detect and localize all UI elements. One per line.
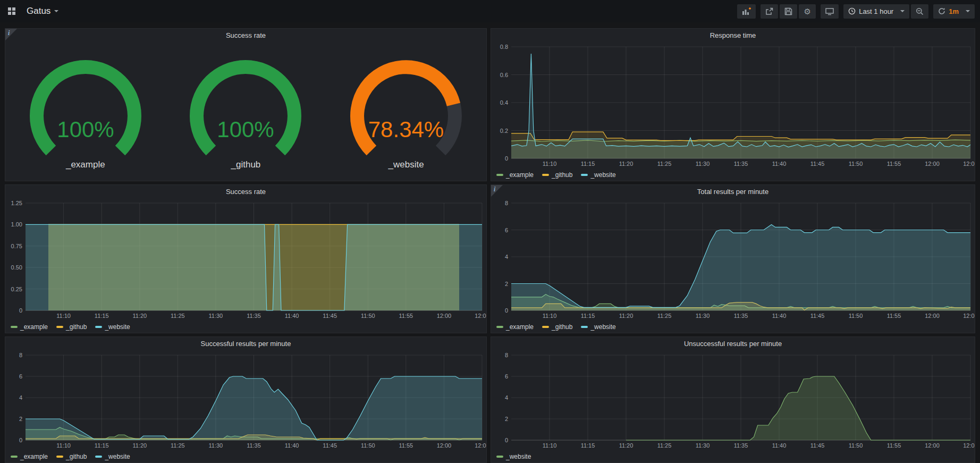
- legend-item[interactable]: _github: [542, 171, 572, 179]
- svg-text:11:10: 11:10: [56, 442, 71, 449]
- gauge-label: _website: [388, 159, 424, 170]
- svg-text:12:00: 12:00: [925, 313, 940, 319]
- legend-swatch: [11, 456, 18, 458]
- refresh-interval-label: 1m: [949, 7, 959, 15]
- svg-text:11:45: 11:45: [323, 442, 337, 449]
- legend-item[interactable]: _example: [496, 171, 534, 179]
- legend-item[interactable]: _github: [542, 323, 572, 331]
- successful-results-chart[interactable]: 11:1011:1511:2011:2511:3011:3511:4011:45…: [5, 351, 486, 450]
- gauge-value: 100%: [217, 117, 274, 142]
- panel-title[interactable]: Success rate: [5, 185, 486, 199]
- svg-text:11:30: 11:30: [696, 161, 710, 167]
- svg-text:1.00: 1.00: [11, 221, 22, 228]
- svg-text:12:00: 12:00: [925, 442, 940, 449]
- svg-text:11:20: 11:20: [619, 442, 633, 449]
- chevron-down-icon: [54, 10, 58, 12]
- dashboard-title: Gatus: [27, 6, 50, 16]
- panel-success-rate-timeseries: Success rate 11:1011:1511:2011:2511:3011…: [5, 184, 487, 333]
- gear-icon: ⚙: [804, 7, 810, 15]
- svg-text:2: 2: [19, 416, 22, 422]
- gauge-label: _example: [66, 159, 105, 170]
- svg-text:11:30: 11:30: [696, 442, 710, 449]
- svg-text:11:45: 11:45: [810, 161, 825, 167]
- panel-title[interactable]: Unsuccessful results per minute: [491, 337, 975, 351]
- svg-text:11:25: 11:25: [657, 313, 672, 319]
- legend-label: _website: [105, 453, 130, 460]
- svg-text:0.2: 0.2: [500, 128, 508, 134]
- svg-text:4: 4: [19, 394, 22, 401]
- svg-text:12:05: 12:05: [963, 161, 975, 167]
- svg-text:11:40: 11:40: [285, 313, 299, 319]
- dashboards-menu-button[interactable]: [5, 5, 18, 18]
- share-icon: [765, 7, 773, 15]
- panel-title[interactable]: Successful results per minute: [5, 337, 486, 351]
- legend-item[interactable]: _github: [56, 323, 87, 331]
- success-rate-chart[interactable]: 11:1011:1511:2011:2511:3011:3511:4011:45…: [5, 199, 486, 320]
- total-results-chart[interactable]: 11:1011:1511:2011:2511:3011:3511:4011:45…: [491, 199, 975, 320]
- svg-text:2: 2: [505, 281, 508, 287]
- cycle-view-button[interactable]: [821, 4, 839, 19]
- svg-text:0: 0: [505, 155, 508, 162]
- legend-item[interactable]: _example: [11, 453, 48, 460]
- gauge: 100%_github: [166, 46, 326, 170]
- legend-label: _example: [506, 323, 534, 331]
- legend-item[interactable]: _website: [581, 171, 615, 179]
- response-time-chart[interactable]: 11:1011:1511:2011:2511:3011:3511:4011:45…: [491, 43, 975, 168]
- svg-text:0.6: 0.6: [500, 72, 508, 78]
- svg-text:11:50: 11:50: [849, 161, 863, 167]
- svg-text:12:00: 12:00: [437, 442, 452, 449]
- legend-label: _example: [506, 171, 534, 179]
- panel-unsuccessful-results: Unsuccessful results per minute 11:1011:…: [491, 336, 975, 463]
- legend-swatch: [496, 326, 503, 328]
- legend-item[interactable]: _example: [11, 323, 48, 331]
- legend-swatch: [496, 456, 503, 458]
- panel-title[interactable]: Total results per minute: [491, 185, 975, 199]
- legend-swatch: [542, 174, 549, 176]
- svg-text:11:50: 11:50: [361, 442, 375, 449]
- gauge-arc: 100%: [165, 46, 326, 158]
- add-panel-button[interactable]: [737, 4, 756, 19]
- svg-text:11:15: 11:15: [581, 161, 595, 167]
- gauge: 100%_example: [5, 46, 166, 170]
- svg-text:4: 4: [505, 254, 508, 260]
- dashboard-title-dropdown[interactable]: Gatus: [23, 6, 58, 16]
- svg-text:11:10: 11:10: [543, 313, 557, 319]
- legend-item[interactable]: _website: [496, 453, 531, 460]
- legend-item[interactable]: _example: [496, 323, 534, 331]
- svg-text:11:20: 11:20: [619, 313, 633, 319]
- legend-item[interactable]: _website: [581, 323, 615, 331]
- svg-text:12:05: 12:05: [963, 313, 975, 319]
- legend-swatch: [95, 456, 102, 458]
- svg-text:11:45: 11:45: [323, 313, 337, 319]
- chart-canvas: 11:1011:1511:2011:2511:3011:3511:4011:45…: [491, 199, 975, 320]
- svg-text:11:25: 11:25: [657, 442, 672, 449]
- refresh-button[interactable]: 1m: [933, 4, 975, 19]
- legend-item[interactable]: _github: [56, 453, 87, 460]
- svg-text:11:30: 11:30: [209, 313, 223, 319]
- legend-swatch: [581, 326, 588, 328]
- time-range-picker[interactable]: Last 1 hour: [843, 4, 909, 19]
- svg-text:12:05: 12:05: [475, 313, 486, 319]
- svg-text:11:45: 11:45: [810, 313, 825, 319]
- svg-text:0: 0: [505, 307, 508, 314]
- legend-label: _github: [66, 323, 87, 331]
- svg-text:2: 2: [505, 416, 508, 422]
- legend-item[interactable]: _website: [95, 453, 130, 460]
- save-button[interactable]: [780, 4, 797, 19]
- panel-title[interactable]: Response time: [491, 29, 975, 43]
- svg-text:11:10: 11:10: [543, 442, 557, 449]
- share-button[interactable]: [761, 4, 778, 19]
- refresh-icon: [938, 7, 945, 15]
- settings-button[interactable]: ⚙: [799, 4, 816, 19]
- zoom-out-button[interactable]: [911, 4, 928, 19]
- panel-successful-results: Successful results per minute 11:1011:15…: [5, 336, 487, 463]
- panel-title[interactable]: Success rate: [5, 29, 486, 43]
- legend-item[interactable]: _website: [95, 323, 130, 331]
- tv-monitor-icon: [825, 7, 834, 15]
- svg-text:11:55: 11:55: [887, 442, 901, 449]
- svg-text:0.50: 0.50: [11, 264, 22, 271]
- svg-text:11:15: 11:15: [95, 313, 109, 319]
- svg-text:11:10: 11:10: [56, 313, 71, 319]
- svg-text:12:00: 12:00: [925, 161, 940, 167]
- unsuccessful-results-chart[interactable]: 11:1011:1511:2011:2511:3011:3511:4011:45…: [491, 351, 975, 450]
